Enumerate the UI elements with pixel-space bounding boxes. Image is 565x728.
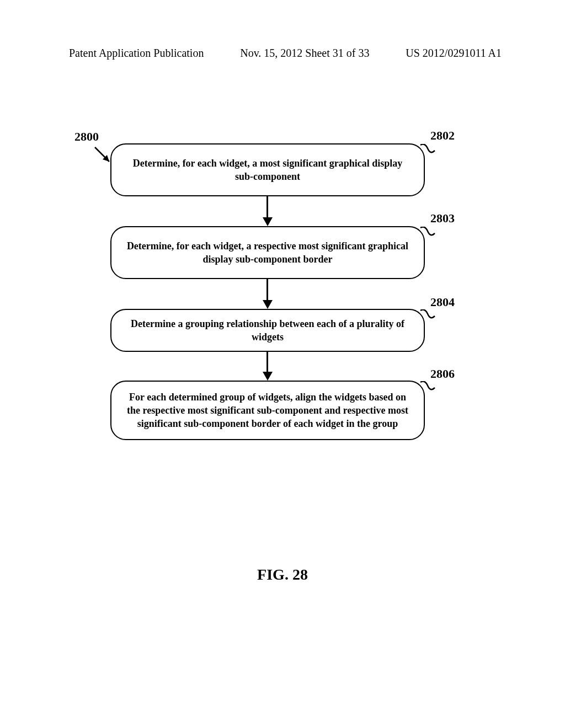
step-box-2802: Determine, for each widget, a most signi… (110, 143, 425, 196)
svg-marker-3 (263, 300, 273, 309)
squiggle-connector-icon (419, 227, 436, 239)
squiggle-connector-icon (419, 381, 436, 393)
svg-marker-2 (263, 217, 273, 226)
patent-header: Patent Application Publication Nov. 15, … (0, 47, 565, 60)
step-text: Determine a grouping relationship betwee… (122, 317, 413, 344)
step-box-2806: For each determined group of widgets, al… (110, 381, 425, 440)
connector-line (266, 279, 268, 301)
arrowhead-down-icon (262, 299, 273, 309)
connector-line (266, 352, 268, 373)
header-center: Nov. 15, 2012 Sheet 31 of 33 (240, 47, 369, 60)
connector-line (266, 196, 268, 218)
reference-number-2803: 2803 (430, 211, 455, 226)
reference-number-2800: 2800 (74, 130, 99, 144)
squiggle-connector-icon (419, 144, 436, 156)
arrowhead-down-icon (262, 371, 273, 381)
figure-label: FIG. 28 (0, 566, 565, 584)
svg-marker-4 (263, 372, 273, 381)
reference-number-2802: 2802 (430, 129, 455, 143)
squiggle-connector-icon (419, 309, 436, 322)
header-left: Patent Application Publication (69, 47, 204, 60)
reference-number-2806: 2806 (430, 367, 455, 381)
step-text: Determine, for each widget, a most signi… (122, 157, 413, 184)
arrowhead-down-icon (262, 217, 273, 227)
step-text: For each determined group of widgets, al… (122, 390, 413, 431)
reference-number-2804: 2804 (430, 295, 455, 309)
step-text: Determine, for each widget, a respective… (122, 239, 413, 266)
step-box-2803: Determine, for each widget, a respective… (110, 226, 425, 279)
header-right: US 2012/0291011 A1 (406, 47, 502, 60)
step-box-2804: Determine a grouping relationship betwee… (110, 309, 425, 352)
